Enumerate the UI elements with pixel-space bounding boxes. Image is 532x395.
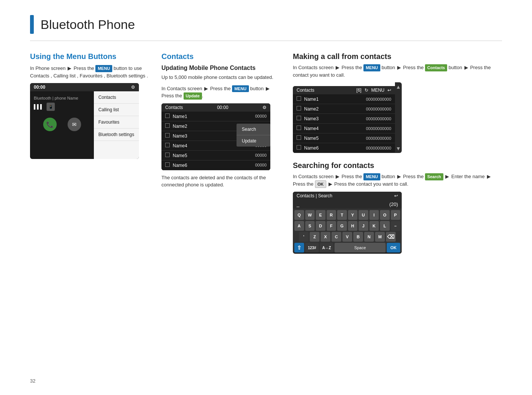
col3-s2-badge-search: Search (425, 173, 443, 180)
checkbox[interactable] (165, 133, 170, 138)
key-X[interactable]: X (321, 232, 330, 242)
checkbox[interactable] (165, 114, 170, 118)
col2-subtitle: Updating Mobile Phone Contacts (161, 65, 282, 71)
col3-s2-t4: Enter the name (451, 174, 485, 179)
table-row: Name3 00000000000 (293, 114, 395, 124)
key-ok-btn[interactable]: OK (387, 243, 400, 253)
table-row: Name6 00000000000 (293, 143, 395, 153)
key-F[interactable]: F (327, 221, 336, 231)
col3-title2: Searching for contacts (293, 161, 502, 170)
col1-menu: Contacts Calling list Favourites Bluetoo… (94, 91, 139, 159)
col1-badge-menu: MENU (95, 65, 112, 72)
col2-screen-wrapper: Contacts 00:00 ⚙ Name1 00000 Name2 00000 (161, 103, 282, 170)
col3-s2-badge-ok: OK (315, 180, 327, 188)
key-row-4: ⇧ 123# A↔Z Space OK (294, 243, 400, 253)
key-M[interactable]: M (375, 232, 385, 242)
checkbox[interactable] (297, 116, 301, 120)
col3-s1-header: Contacts [6] ↻ MENU ↩ (293, 86, 395, 94)
col1-topbar: 00:00 ⚙ (30, 83, 139, 91)
col2-badge-menu: MENU (232, 85, 249, 92)
key-Y[interactable]: Y (348, 210, 358, 220)
key-A[interactable]: A (294, 221, 304, 231)
scroll-up-icon[interactable]: ▲ (396, 84, 401, 90)
key-T[interactable]: T (337, 210, 347, 220)
key-G[interactable]: G (337, 221, 347, 231)
col2-step1: In Contacts screen (161, 86, 202, 91)
key-U[interactable]: U (359, 210, 368, 220)
key-B[interactable]: B (353, 232, 363, 242)
key-E[interactable]: E (316, 210, 326, 220)
col3-s1-contacts-label: Contacts (297, 88, 314, 93)
col1-menu-bluetooth[interactable]: Bluetooth settings (94, 129, 139, 141)
key-C[interactable]: C (332, 232, 341, 242)
col3-title1: Making a call from contacts (293, 52, 502, 61)
col3-section1: Making a call from contacts In Contacts … (293, 52, 502, 153)
col3-s2-t1: In Contacts screen (293, 174, 333, 179)
col1-msg-btn[interactable]: ✉ (68, 118, 81, 131)
col1-menu-calling[interactable]: Calling list (94, 104, 139, 116)
key-N[interactable]: N (364, 232, 374, 242)
col2-contacts-header: Contacts 00:00 ⚙ (161, 103, 270, 112)
col2-step3: Press the (161, 93, 184, 98)
key-L[interactable]: L (380, 221, 390, 231)
col2-contacts-label: Contacts (165, 105, 183, 110)
popup-search[interactable]: Search (237, 124, 270, 135)
checkbox[interactable] (165, 123, 170, 128)
checkbox[interactable] (297, 106, 301, 110)
col3-s1-list: Name1 00000000000 Name2 00000000000 Name… (293, 94, 395, 153)
scroll-down-icon[interactable]: ▼ (396, 145, 401, 151)
checkbox[interactable] (297, 96, 301, 101)
page-title: Bluetooth Phone (41, 17, 135, 32)
col1-call-btn[interactable]: 📞 (43, 118, 57, 131)
key-I[interactable]: I (369, 210, 379, 220)
checkbox[interactable] (297, 145, 301, 150)
col1-menu-contacts[interactable]: Contacts (94, 91, 139, 104)
key-P[interactable]: P (391, 210, 401, 220)
key-D[interactable]: D (316, 221, 326, 231)
checkbox[interactable] (297, 126, 301, 130)
table-row: Name5 00000000000 (293, 133, 395, 143)
content-columns: Using the Menu Buttons In Phone screen ▶… (30, 52, 502, 254)
key-az-icon[interactable]: A↔Z (320, 243, 333, 253)
key-H[interactable]: H (348, 221, 358, 231)
col1-menu-favourites[interactable]: Favourites (94, 116, 139, 129)
col3-s1-a2: ▶ (397, 64, 401, 71)
table-row: Name1 00000000000 (293, 94, 395, 104)
checkbox[interactable] (165, 143, 170, 147)
keyboard-input-row: _ (20) (293, 200, 402, 209)
col2-arrow1: ▶ (204, 85, 208, 92)
key-backspace-icon[interactable]: ⌫ (386, 232, 396, 242)
col3-s2-t6: Press the contact you want to call. (334, 181, 408, 187)
key-O[interactable]: O (380, 210, 390, 220)
col3-s2-keyboard-screen: Contacts | Search ↩ _ (20) Q W E R (293, 192, 402, 254)
key-Z[interactable]: Z (310, 232, 320, 242)
col3-section: Making a call from contacts In Contacts … (293, 52, 502, 254)
key-V[interactable]: V (342, 232, 352, 242)
col1-arrow1: ▶ (68, 65, 71, 72)
key-R[interactable]: R (327, 210, 336, 220)
checkbox[interactable] (297, 135, 301, 140)
col3-s1-scrollbar: ▲ ▼ (395, 82, 402, 153)
key-row-3: ' Z X C V B N M ⌫ (294, 232, 400, 242)
key-apostrophe[interactable]: ' (299, 232, 309, 242)
keyboard-grid: Q W E R T Y U I O P A (293, 209, 402, 253)
popup-update[interactable]: Update (237, 135, 270, 147)
key-Q[interactable]: Q (294, 210, 304, 220)
key-dash[interactable]: – (391, 221, 401, 231)
col1-text1: In Phone screen (30, 65, 66, 71)
key-K[interactable]: K (369, 221, 379, 231)
key-123-icon[interactable]: 123# (305, 243, 319, 253)
page-header: Bluetooth Phone (30, 15, 502, 41)
key-shift-icon[interactable]: ⇧ (294, 243, 304, 253)
col3-s1-topbar-right: [6] ↻ MENU ↩ (356, 88, 391, 93)
col3-section1-text: In Contacts screen ▶ Press the MENU butt… (293, 64, 502, 79)
checkbox[interactable] (165, 153, 170, 157)
key-row-2: A S D F G H J K L – (294, 221, 400, 231)
checkbox[interactable] (165, 162, 170, 167)
key-J[interactable]: J (359, 221, 368, 231)
key-S[interactable]: S (305, 221, 315, 231)
key-space-btn[interactable]: Space (335, 243, 386, 253)
col2-time: 00:00 (217, 105, 228, 110)
key-W[interactable]: W (305, 210, 315, 220)
keyboard-label: Contacts | Search (297, 193, 332, 198)
